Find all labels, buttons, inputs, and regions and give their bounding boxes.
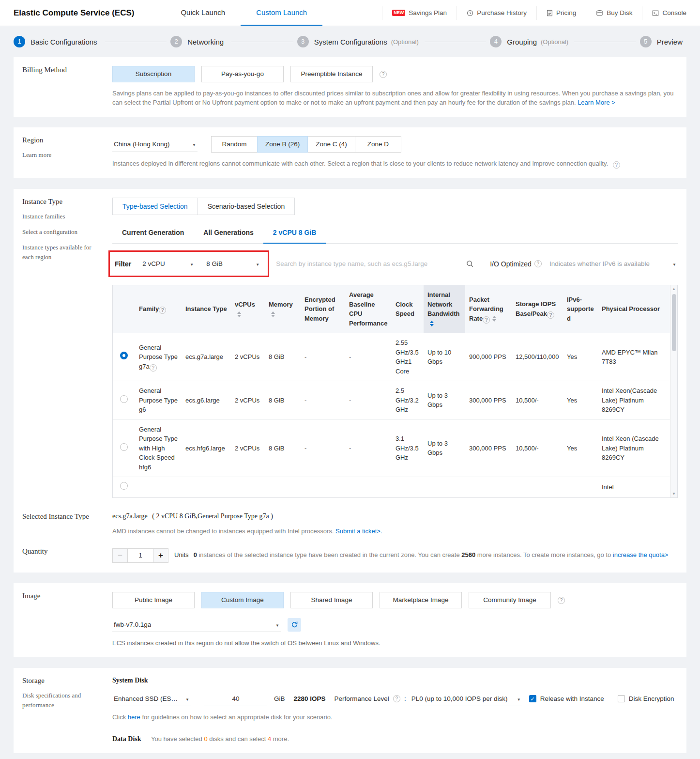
nav-savings-plan[interactable]: NEWSavings Plan (382, 6, 457, 20)
marketplace-image-button[interactable]: Marketplace Image (380, 592, 462, 608)
scroll-down-icon[interactable]: ▼ (670, 492, 677, 496)
search-icon[interactable] (466, 260, 473, 267)
column-help-icon[interactable] (483, 316, 490, 324)
sort-icon[interactable] (430, 321, 434, 326)
io-optimized-help-icon[interactable] (534, 260, 542, 267)
tab-scenario-based-selection[interactable]: Scenario-based Selection (198, 198, 295, 215)
table-scrollbar[interactable]: ▲ ▼ (670, 285, 677, 497)
step-preview[interactable]: 5Preview (640, 36, 686, 47)
quantity-decrease-button[interactable]: − (113, 549, 127, 562)
performance-level-select[interactable]: PL0 (up to 10,000 IOPS per disk) (410, 691, 522, 706)
zone-button-zone-b-26[interactable]: Zone B (26) (257, 136, 308, 153)
quantity-label: Quantity (14, 547, 112, 563)
nav-pricing[interactable]: Pricing (536, 6, 586, 20)
release-with-instance-checkbox[interactable] (529, 695, 536, 702)
pay-as-you-go-button[interactable]: Pay-as-you-go (201, 66, 284, 82)
zone-button-random[interactable]: Random (211, 136, 258, 153)
sort-icon[interactable] (237, 311, 241, 317)
region-learn-more-link[interactable]: Learn more (22, 150, 100, 160)
tab-quick-launch[interactable]: Quick Launch (165, 0, 241, 26)
zone-button-zone-c-4[interactable]: Zone C (4) (307, 136, 355, 153)
region-help-icon[interactable] (613, 161, 620, 169)
cell-internal-network-bandwidth: Up to 3 Gbps (424, 419, 465, 477)
row-radio[interactable] (120, 352, 128, 359)
row-radio[interactable] (120, 443, 128, 451)
shared-image-button[interactable]: Shared Image (290, 592, 373, 608)
quantity-value[interactable]: 1 (127, 549, 153, 562)
table-row[interactable]: General Purpose Type g7aecs.g7a.large2 v… (113, 333, 670, 381)
column-header-physical-processor[interactable]: Physical Processor (598, 285, 670, 333)
tab-2-vcpu-8-gib[interactable]: 2 vCPU 8 GiB (263, 223, 326, 244)
nav-buy-disk[interactable]: Buy Disk (586, 6, 642, 20)
community-image-button[interactable]: Community Image (469, 592, 551, 608)
zone-button-zone-d[interactable]: Zone D (355, 136, 401, 153)
row-radio[interactable] (120, 482, 128, 490)
vcpu-filter-select[interactable]: 2 vCPU (141, 256, 195, 271)
column-help-icon[interactable] (547, 311, 554, 319)
disk-size-input[interactable] (204, 691, 267, 706)
table-row[interactable]: Intel (113, 477, 670, 497)
tab-type-based-selection[interactable]: Type-based Selection (112, 198, 198, 215)
cell-memory: 8 GiB (265, 419, 301, 477)
disk-guideline-link[interactable]: here (128, 713, 140, 721)
step-basic-configurations[interactable]: 1Basic Configurations (14, 36, 101, 47)
quantity-stepper[interactable]: −1+ (112, 548, 168, 563)
column-header-clock-speed[interactable]: Clock Speed (392, 285, 424, 333)
select-configuration-link[interactable]: Select a configuration (22, 227, 100, 237)
column-header-packet-forwarding-rate[interactable]: Packet Forwarding Rate (465, 285, 512, 333)
family-help-icon[interactable] (150, 364, 157, 372)
disk-encryption-label: Disk Encryption (629, 695, 674, 702)
region-select[interactable]: China (Hong Kong) (112, 137, 198, 152)
disk-type-select[interactable]: Enhanced SSD (ESSD) (112, 691, 191, 706)
disk-iops-value: 2280 IOPS (294, 695, 326, 702)
cell-ipv6-supported: Yes (563, 381, 598, 420)
step-networking[interactable]: 2Networking (170, 36, 228, 47)
step-grouping[interactable]: 4Grouping(Optional) (490, 36, 570, 47)
step-system-configurations[interactable]: 3System Configurations(Optional) (297, 36, 421, 47)
column-help-icon[interactable] (159, 307, 166, 314)
column-header-memory[interactable]: Memory (265, 285, 301, 333)
custom-image-button[interactable]: Custom Image (201, 592, 284, 608)
column-header-ipv6-supported[interactable]: IPv6-supported (563, 285, 598, 333)
column-header-internal-network-bandwidth[interactable]: Internal Network Bandwidth (424, 285, 465, 333)
memory-filter-select[interactable]: 8 GiB (205, 256, 261, 271)
nav-purchase-history[interactable]: Purchase History (457, 6, 536, 20)
subscription-button[interactable]: Subscription (112, 66, 195, 82)
instance-types-region-link[interactable]: Instance types available for each region (22, 243, 100, 262)
tab-all-generations[interactable]: All Generations (194, 223, 263, 243)
disk-encryption-checkbox[interactable] (618, 695, 625, 702)
cell-storage-iops-base-peak: 12,500/110,000 (512, 333, 563, 381)
cell-family: General Purpose Type with High Clock Spe… (135, 419, 182, 477)
tab-custom-launch[interactable]: Custom Launch (241, 0, 322, 26)
column-header-storage-iops-base-peak[interactable]: Storage IOPS Base/Peak (512, 285, 563, 333)
billing-help-icon[interactable] (380, 71, 387, 78)
column-header-family[interactable]: Family (135, 285, 182, 333)
tab-current-generation[interactable]: Current Generation (112, 223, 194, 243)
image-select[interactable]: fwb-v7.0.1ga (112, 617, 281, 632)
instance-families-link[interactable]: Instance families (22, 212, 100, 221)
preemptible-instance-button[interactable]: Preemptible Instance (290, 66, 373, 82)
sort-icon[interactable] (271, 311, 275, 317)
performance-level-help-icon[interactable] (393, 695, 400, 702)
cell-encrypted-portion-of-memory (301, 477, 345, 497)
column-header-vcpus[interactable]: vCPUs (231, 285, 265, 333)
image-help-icon[interactable] (558, 597, 565, 604)
column-header-average-baseline-cpu-performance[interactable]: Average Baseline CPU Performance (345, 285, 392, 333)
public-image-button[interactable]: Public Image (112, 592, 195, 608)
instance-search-input[interactable] (276, 260, 466, 267)
increase-quota-link[interactable]: increase the quota> (613, 551, 669, 558)
row-radio[interactable] (120, 395, 128, 403)
learn-more-link[interactable]: Learn More > (578, 99, 615, 106)
table-row[interactable]: General Purpose Type with High Clock Spe… (113, 419, 670, 477)
column-header-encrypted-portion-of-memory[interactable]: Encrypted Portion of Memory (301, 285, 345, 333)
column-header-instance-type[interactable]: Instance Type (182, 285, 231, 333)
scrollbar-thumb[interactable] (672, 294, 676, 351)
ipv6-filter-select[interactable]: Indicates whether IPv6 is available (548, 256, 678, 271)
submit-ticket-link[interactable]: Submit a ticket>. (335, 527, 382, 535)
nav-console[interactable]: Console (642, 6, 696, 20)
sort-icon[interactable] (492, 316, 496, 322)
quantity-increase-button[interactable]: + (153, 549, 168, 562)
refresh-button[interactable] (288, 618, 301, 632)
table-row[interactable]: General Purpose Type g6ecs.g6.large2 vCP… (113, 381, 670, 420)
scroll-up-icon[interactable]: ▲ (670, 287, 677, 291)
